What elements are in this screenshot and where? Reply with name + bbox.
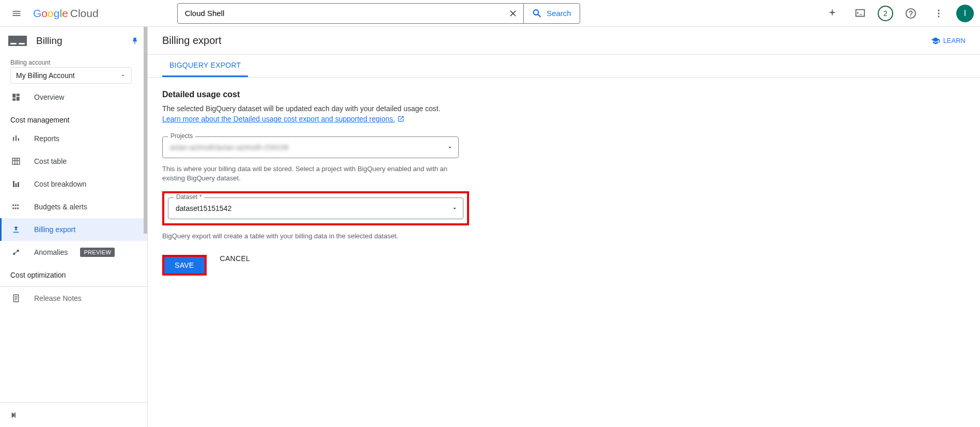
anomaly-icon [11,248,21,257]
chevron-down-icon [452,205,458,211]
projects-select[interactable]: avian-azimuth/avian-azimuth-234106 [162,136,459,158]
help-icon [905,8,916,19]
open-in-new-icon [397,115,405,123]
projects-helper: This is where your billing data will be … [162,164,462,183]
notifications-button[interactable]: 2 [878,6,893,21]
google-cloud-logo[interactable]: Google Cloud [33,7,99,20]
search-icon [532,8,542,19]
chevron-down-icon [447,144,453,150]
dataset-highlight: Dataset * dataset15151542 [162,191,469,225]
dataset-select[interactable]: dataset15151542 [168,197,463,219]
cloud-shell-button[interactable] [850,3,870,24]
search-box: Search [177,3,580,24]
budgets-icon [11,202,21,211]
cost-optimization-group: Cost optimization [0,264,147,282]
table-icon [11,157,21,166]
help-button[interactable] [900,3,921,24]
topbar: Google Cloud Search 2 I [0,0,980,27]
pin-button[interactable] [131,37,139,45]
sidebar-item-release-notes[interactable]: Release Notes [0,287,147,310]
navigation-menu-button[interactable] [6,3,27,24]
svg-point-0 [938,9,939,11]
main-content: Billing export LEARN BIGQUERY EXPORT Det… [148,27,980,427]
sidebar-header: Billing [0,27,147,55]
svg-point-1 [938,12,939,14]
cost-management-group: Cost management [0,109,147,127]
sidebar-item-billing-export[interactable]: Billing export [0,218,147,241]
topbar-right-actions: 2 I [822,3,974,24]
dataset-helper: BigQuery export will create a table with… [162,232,462,241]
page-title: Billing export [162,35,222,47]
close-icon [508,8,518,19]
search-input[interactable] [178,9,503,18]
notes-icon [11,294,21,303]
sidebar-item-cost-table[interactable]: Cost table [0,150,147,173]
billing-account-select[interactable]: My Billing Account [10,67,132,84]
sidebar: Billing Billing account My Billing Accou… [0,27,148,427]
billing-account-label: Billing account [10,59,137,66]
scrollbar[interactable] [144,27,147,234]
section-title: Detailed usage cost [162,90,609,99]
sidebar-item-anomalies[interactable]: Anomalies PREVIEW [0,241,147,264]
pin-icon [131,37,139,45]
chevron-left-icon [8,410,19,420]
projects-label: Projects [168,132,195,140]
tabs: BIGQUERY EXPORT [148,55,980,78]
account-avatar[interactable]: I [956,5,974,22]
preview-chip: PREVIEW [80,248,115,257]
cancel-button[interactable]: CANCEL [220,254,251,263]
chevron-down-icon [120,72,126,79]
learn-button[interactable]: LEARN [931,36,966,45]
billing-icon [8,36,27,46]
dataset-field: Dataset * dataset15151542 [168,197,463,219]
save-highlight: SAVE [162,255,207,276]
sparkle-icon [827,8,838,19]
learn-more-link[interactable]: Learn more about the Detailed usage cost… [162,115,405,123]
main-header: Billing export LEARN [148,27,980,55]
terminal-icon [854,8,866,19]
more-vert-icon [934,8,944,19]
dataset-label: Dataset * [174,193,204,201]
sidebar-item-cost-breakdown[interactable]: Cost breakdown [0,173,147,195]
bar-chart-icon [11,134,21,143]
upload-icon [11,225,21,234]
svg-point-2 [938,16,939,17]
search-button[interactable]: Search [524,8,580,19]
tab-bigquery-export[interactable]: BIGQUERY EXPORT [162,55,248,77]
section-desc: The selected BigQuery dataset will be up… [162,104,609,113]
collapse-sidebar-button[interactable] [0,402,147,427]
learn-icon [931,36,940,45]
menu-icon [11,8,22,19]
breakdown-icon [11,179,21,189]
dashboard-icon [11,93,21,102]
sidebar-item-budgets[interactable]: Budgets & alerts [0,195,147,218]
more-options-button[interactable] [928,3,949,24]
sidebar-item-reports[interactable]: Reports [0,127,147,150]
sidebar-title: Billing [36,35,121,47]
gemini-button[interactable] [822,3,843,24]
projects-field: Projects avian-azimuth/avian-azimuth-234… [162,136,609,158]
search-clear-button[interactable] [503,8,523,19]
sidebar-item-overview[interactable]: Overview [0,86,147,109]
save-button[interactable]: SAVE [164,257,205,273]
